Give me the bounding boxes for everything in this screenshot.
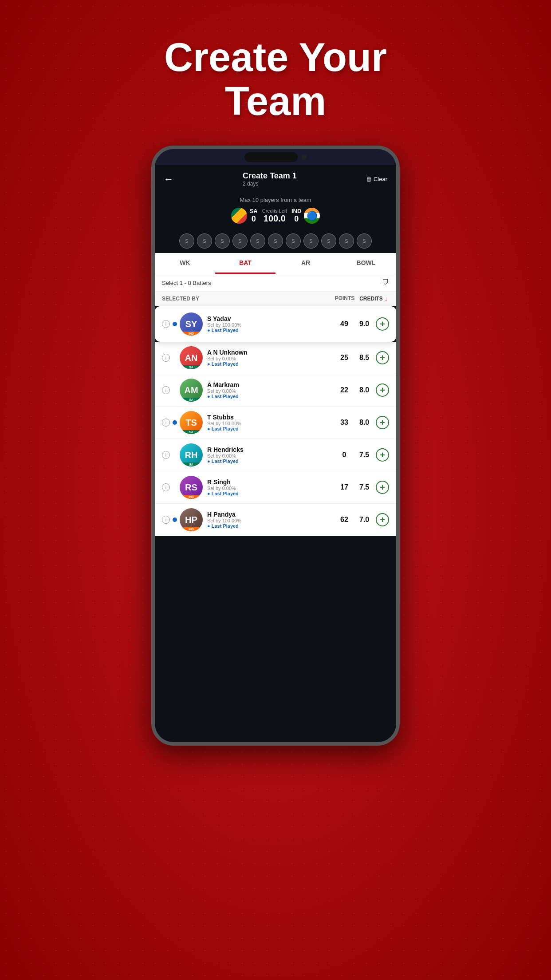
player-points: 0 xyxy=(333,451,355,459)
app-header: ← Create Team 1 2 days 🗑 Clear xyxy=(155,165,396,193)
credits-label: Credits Left xyxy=(262,208,287,213)
player-sel-0: Sel by 100.00% xyxy=(207,322,333,328)
last-played: Last Played xyxy=(207,361,333,367)
player-name: R Hendricks xyxy=(207,446,333,453)
player-row-3[interactable]: i TS SA T Stubbs Sel by 100.00% Last Pla… xyxy=(155,407,396,439)
info-icon-0[interactable]: i xyxy=(162,320,170,328)
player-name: A N Unknown xyxy=(207,349,333,356)
players-list: i AN SA A N Unknown Sel by 0.00% Last Pl… xyxy=(155,342,396,536)
player-info: H Pandya Sel by 100.00% Last Played xyxy=(207,511,333,529)
player-info: T Stubbs Sel by 100.00% Last Played xyxy=(207,414,333,431)
player-info-0: S Yadav Sel by 100.00% Last Played xyxy=(207,315,333,333)
slot-10: S xyxy=(339,233,354,249)
tab-wk[interactable]: WK xyxy=(155,253,215,274)
header-title: Create Team 1 xyxy=(243,171,297,181)
player-row-2[interactable]: i AM SA A Markram Sel by 0.00% Last Play… xyxy=(155,374,396,407)
player-row-5[interactable]: i RS IND R Singh Sel by 0.00% Last Playe… xyxy=(155,471,396,504)
add-button[interactable]: + xyxy=(376,448,389,462)
notch-bar xyxy=(244,152,298,162)
column-headers: SELECTED BY POINTS CREDITS ↓ xyxy=(155,292,396,306)
filter-icon[interactable]: ⛉ xyxy=(382,279,389,287)
player-avatar: TS SA xyxy=(180,411,203,434)
player-row-6[interactable]: i HP IND H Pandya Sel by 100.00% Last Pl… xyxy=(155,504,396,536)
add-button[interactable]: + xyxy=(376,416,389,429)
trash-icon: 🗑 xyxy=(366,176,372,182)
phone-frame: ← Create Team 1 2 days 🗑 Clear Max 10 pl… xyxy=(151,146,400,746)
player-name: T Stubbs xyxy=(207,414,333,421)
add-button[interactable]: + xyxy=(376,513,389,526)
last-played: Last Played xyxy=(207,394,333,399)
sa-flag xyxy=(231,208,247,224)
player-avatar: RH SA xyxy=(180,443,203,466)
ind-count: 0 xyxy=(291,214,301,224)
player-slots: S S S S S S S S S S S xyxy=(155,229,396,253)
player-sel: Sel by 0.00% xyxy=(207,388,333,394)
last-played: Last Played xyxy=(207,426,333,431)
blue-dot-0 xyxy=(173,322,177,326)
player-info: A N Unknown Sel by 0.00% Last Played xyxy=(207,349,333,367)
player-credits-0: 9.0 xyxy=(355,320,373,328)
col-selected-by: SELECTED BY xyxy=(162,296,199,302)
team-ind-block: IND 0 🔵 xyxy=(291,208,320,224)
slot-3: S xyxy=(215,233,230,249)
player-points: 25 xyxy=(333,354,355,362)
player-credits: 8.5 xyxy=(355,354,373,362)
slot-9: S xyxy=(321,233,336,249)
player-points: 62 xyxy=(333,516,355,524)
col-points: POINTS xyxy=(331,295,358,302)
credits-value: 100.0 xyxy=(262,213,287,224)
col-credits: CREDITS ↓ xyxy=(358,295,389,302)
blue-dot xyxy=(173,518,177,522)
player-avatar: RS IND xyxy=(180,476,203,499)
player-points: 22 xyxy=(333,386,355,394)
player-sel: Sel by 0.00% xyxy=(207,453,333,458)
add-button[interactable]: + xyxy=(376,383,389,397)
last-played: Last Played xyxy=(207,458,333,464)
player-sel: Sel by 100.00% xyxy=(207,421,333,426)
player-row-4[interactable]: i RH SA R Hendricks Sel by 0.00% Last Pl… xyxy=(155,439,396,471)
player-row-1[interactable]: i AN SA A N Unknown Sel by 0.00% Last Pl… xyxy=(155,342,396,374)
notch-camera xyxy=(301,154,307,160)
back-button[interactable]: ← xyxy=(164,174,173,185)
player-sel: Sel by 0.00% xyxy=(207,486,333,491)
player-avatar: AN SA xyxy=(180,346,203,369)
phone-notch xyxy=(155,149,396,165)
batters-row: Select 1 - 8 Batters ⛉ xyxy=(155,274,396,292)
slot-5: S xyxy=(250,233,265,249)
last-played-0: Last Played xyxy=(207,328,333,333)
tab-bowl[interactable]: BOWL xyxy=(336,253,396,274)
player-avatar: HP IND xyxy=(180,508,203,531)
col-name-area: SELECTED BY xyxy=(162,295,331,302)
batters-label: Select 1 - 8 Batters xyxy=(162,280,211,286)
team-sa-block: SA 0 xyxy=(231,208,258,224)
sa-label: SA xyxy=(250,208,258,214)
hero-title: Create Your Team xyxy=(0,0,551,141)
add-button[interactable]: + xyxy=(376,481,389,494)
add-button-0[interactable]: + xyxy=(376,317,389,331)
sort-arrow-icon[interactable]: ↓ xyxy=(385,295,388,302)
position-tabs: WK BAT AR BOWL xyxy=(155,253,396,274)
player-points: 33 xyxy=(333,419,355,427)
clear-button[interactable]: 🗑 Clear xyxy=(366,176,387,182)
player-credits: 8.0 xyxy=(355,386,373,394)
player-sel: Sel by 0.00% xyxy=(207,356,333,361)
info-icon[interactable]: i xyxy=(162,419,170,427)
info-icon[interactable]: i xyxy=(162,516,170,524)
tab-ar[interactable]: AR xyxy=(276,253,336,274)
ind-flag: 🔵 xyxy=(304,208,320,224)
info-icon[interactable]: i xyxy=(162,354,170,362)
add-button[interactable]: + xyxy=(376,351,389,364)
info-icon[interactable]: i xyxy=(162,451,170,459)
tab-bat[interactable]: BAT xyxy=(215,253,276,274)
player-credits: 8.0 xyxy=(355,419,373,427)
header-title-block: Create Team 1 2 days xyxy=(243,171,297,187)
player-avatar-0: SY IND xyxy=(180,312,203,336)
info-icon[interactable]: i xyxy=(162,386,170,394)
slot-8: S xyxy=(303,233,319,249)
player-name-0: S Yadav xyxy=(207,315,333,322)
slot-4: S xyxy=(232,233,248,249)
info-icon[interactable]: i xyxy=(162,483,170,491)
player-info: A Markram Sel by 0.00% Last Played xyxy=(207,381,333,399)
player-name: A Markram xyxy=(207,381,333,388)
sa-count: 0 xyxy=(250,214,258,224)
